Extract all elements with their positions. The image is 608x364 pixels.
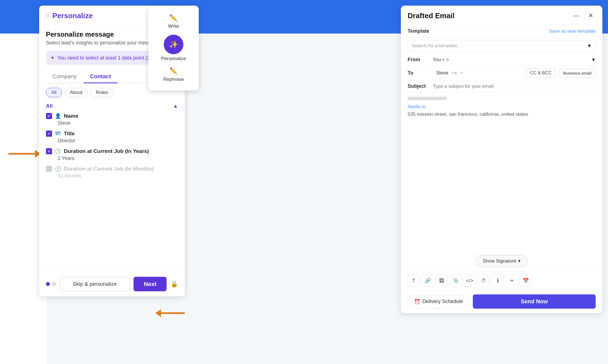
- email-toolbar: T 🔗 🖼 📎 </> ⏱ ℹ ✂ 📅: [401, 271, 602, 290]
- close-email-button[interactable]: ✕: [586, 11, 596, 21]
- filter-all[interactable]: All: [46, 88, 62, 97]
- subject-input[interactable]: [433, 84, 596, 89]
- toolbar-code-button[interactable]: </>: [464, 275, 476, 287]
- data-item-title-header: ✓ 🪪 Title: [46, 131, 178, 137]
- email-header: Drafted Email — ✕: [401, 6, 602, 25]
- show-signature-button[interactable]: Show Signature ▾: [476, 255, 527, 267]
- signature-area: Show Signature ▾: [401, 250, 602, 271]
- checkbox-title[interactable]: ✓: [46, 131, 52, 137]
- toolbar-info-button[interactable]: ℹ: [492, 275, 504, 287]
- subject-label: Subject: [408, 83, 433, 89]
- arrow-to-checkbox: [8, 148, 42, 159]
- save-template-link[interactable]: Save as new template: [549, 29, 596, 34]
- title-label: Title: [64, 131, 75, 137]
- data-item-duration-years-header: ✓ 🕐 Duration at Current Job (In Years): [46, 148, 178, 154]
- company-link[interactable]: Apollo.io: [408, 104, 426, 109]
- email-form-area: Template Save as new template Search for…: [401, 25, 602, 92]
- alert-icon: ✦: [50, 55, 55, 61]
- delivery-schedule-button[interactable]: ⏰ Delivery Schedule: [408, 295, 469, 308]
- email-body: Apollo.io 535 mission street, san franci…: [401, 92, 602, 250]
- template-placeholder: Search for a template...: [412, 43, 461, 49]
- duration-months-label: Duration at Current Job (In Months): [64, 166, 154, 172]
- chevron-down-icon: ▾: [518, 258, 521, 264]
- checkbox-name[interactable]: ✓: [46, 113, 52, 119]
- from-row: From You < > ▼: [408, 54, 596, 66]
- to-row: To Steve <s > CC & BCC Business email: [408, 66, 596, 81]
- section-header: All ▲: [46, 103, 178, 109]
- duration-months-value: 33 Months: [58, 173, 178, 179]
- tab-company[interactable]: Company: [46, 70, 83, 83]
- dot-2: [52, 282, 56, 286]
- alert-text: You need to select at least 1 data point…: [57, 55, 156, 61]
- toolbar-text-button[interactable]: T: [408, 275, 420, 287]
- toolbar-attach-button[interactable]: 📎: [450, 275, 462, 287]
- template-select[interactable]: Search for a template... ▼: [408, 40, 596, 52]
- write-icon: ✏️: [169, 14, 178, 22]
- toolbar-cut-button[interactable]: ✂: [506, 275, 518, 287]
- write-button[interactable]: ✏️ Write: [153, 11, 194, 32]
- filter-about[interactable]: About: [65, 88, 88, 97]
- delivery-schedule-label: Delivery Schedule: [422, 299, 463, 304]
- data-item-duration-years: ✓ 🕐 Duration at Current Job (In Years) 2…: [46, 148, 178, 161]
- email-panel: Drafted Email — ✕ Template Save as new t…: [401, 6, 602, 313]
- skip-personalize-button[interactable]: Skip & personalize: [60, 277, 130, 291]
- to-name: Steve: [436, 70, 448, 76]
- clock-months-icon: 🕐: [55, 166, 61, 172]
- toolbar-image-button[interactable]: 🖼: [436, 275, 448, 287]
- template-dropdown-icon: ▼: [587, 43, 591, 48]
- email-footer: ⏰ Delivery Schedule Send Now: [401, 290, 602, 313]
- data-item-title: ✓ 🪪 Title Director: [46, 131, 178, 144]
- subject-row: Subject: [408, 81, 596, 92]
- data-item-name-header: ✓ 👤 Name: [46, 113, 178, 119]
- panel-footer: Skip & personalize Next 🔒: [39, 271, 185, 296]
- action-popup: ✏️ Write ✨ Personalize ✏️ Rephrase: [148, 6, 199, 91]
- duration-years-label: Duration at Current Job (In Years): [64, 148, 149, 154]
- company-address: 535 mission street, san francisco, calif…: [408, 112, 528, 117]
- show-signature-label: Show Signature: [483, 258, 516, 264]
- data-item-duration-months: 🕐 Duration at Current Job (In Months) 33…: [46, 166, 178, 179]
- footer-dots: [46, 282, 56, 286]
- template-row: Template Save as new template: [408, 25, 596, 38]
- next-button[interactable]: Next: [134, 277, 167, 291]
- data-item-name: ✓ 👤 Name Steve: [46, 113, 178, 126]
- clock-icon: 🕐: [55, 148, 61, 154]
- template-label: Template: [408, 28, 429, 34]
- title-value: Director: [58, 138, 178, 144]
- personalize-label: Personalize: [161, 56, 186, 62]
- send-now-button[interactable]: Send Now: [473, 294, 596, 309]
- personalize-icon: ✨: [169, 40, 178, 49]
- email-title: Drafted Email: [408, 11, 571, 20]
- personalize-button[interactable]: ✨: [164, 35, 183, 54]
- rephrase-icon: ✏️: [169, 67, 178, 75]
- lock-icon: 🔒: [170, 280, 178, 288]
- email-header-actions: — ✕: [571, 11, 596, 21]
- name-label: Name: [64, 113, 78, 119]
- cc-bcc-button[interactable]: CC & BCC: [526, 68, 556, 77]
- checkbox-duration-years[interactable]: ✓: [46, 148, 52, 154]
- drag-icon: ⠿: [46, 13, 50, 19]
- from-dropdown-icon[interactable]: ▼: [591, 57, 596, 62]
- person-icon: 👤: [55, 113, 61, 119]
- filter-roles[interactable]: Roles: [90, 88, 113, 97]
- from-label: From: [408, 57, 433, 63]
- company-bar: [408, 97, 447, 100]
- section-label: All: [46, 103, 53, 109]
- name-value: Steve: [58, 120, 178, 126]
- to-email: <s: [452, 70, 457, 76]
- write-label: Write: [168, 23, 179, 29]
- arrow-to-next: [157, 308, 193, 319]
- toolbar-calendar-button[interactable]: 📅: [520, 275, 532, 287]
- rephrase-button[interactable]: ✏️ Rephrase: [153, 64, 194, 85]
- toolbar-timer-button[interactable]: ⏱: [478, 275, 490, 287]
- data-item-duration-months-header: 🕐 Duration at Current Job (In Months): [46, 166, 178, 172]
- checkbox-duration-months[interactable]: [46, 166, 52, 172]
- to-label: To: [408, 70, 433, 76]
- minimize-button[interactable]: —: [571, 11, 581, 21]
- toolbar-link-button[interactable]: 🔗: [422, 275, 434, 287]
- clock-icon: ⏰: [414, 299, 420, 305]
- chevron-up-icon[interactable]: ▲: [173, 103, 178, 109]
- business-email-button[interactable]: Business email: [559, 69, 596, 77]
- duration-years-value: 2 Years: [58, 155, 178, 161]
- tab-contact[interactable]: Contact: [83, 70, 118, 83]
- personalize-active: ✨ Personalize: [161, 35, 186, 62]
